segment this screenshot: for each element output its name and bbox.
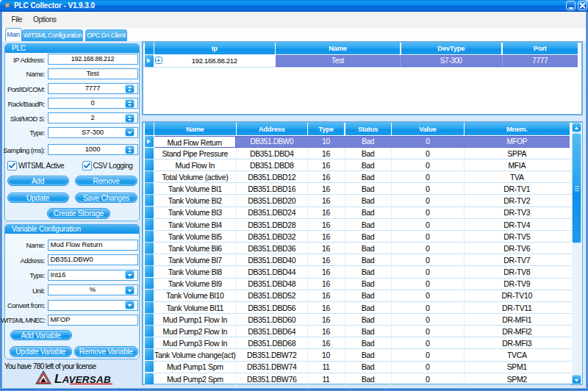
svg-text:L: L	[54, 372, 62, 386]
